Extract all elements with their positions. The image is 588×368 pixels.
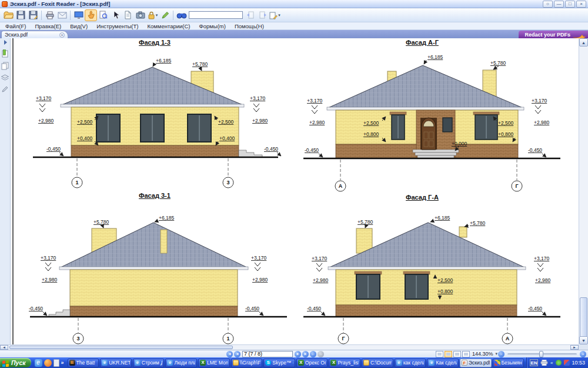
previous-page-button[interactable]: ◄ [234,351,240,357]
task-button[interactable]: как сдела... [395,359,426,367]
menu-edit[interactable]: Правка(E) [35,23,62,29]
printer-tray-icon[interactable] [540,360,548,366]
menu-tools[interactable]: Инструменты(T) [96,23,138,29]
task-button[interactable]: Строим До... [133,359,165,367]
scroll-up-icon[interactable]: ▲ [579,38,588,47]
snapshot-button[interactable] [134,9,146,21]
task-button[interactable]: \\Graph\Fo... [231,359,263,367]
annotations-icon[interactable] [2,85,9,92]
open-button[interactable] [2,9,15,21]
email-button[interactable] [56,9,68,21]
save-as-button[interactable] [27,9,39,21]
language-indicator[interactable]: EN [530,359,538,366]
scroll-right-icon[interactable]: ► [570,345,579,350]
wall [70,270,238,306]
save-button[interactable] [15,9,27,21]
print-button[interactable] [44,9,56,21]
task-button[interactable]: Skype™ - e... [263,359,295,367]
pages-icon[interactable] [1,62,9,70]
hand-tool-button[interactable] [85,9,97,21]
zoom-in-button[interactable]: + [580,351,586,357]
find-previous-button[interactable] [244,9,256,21]
zoom-slider-thumb[interactable] [539,351,543,357]
task-button-active[interactable]: Эскиз.pdf ... [460,359,492,367]
restore-button[interactable]: □ [565,1,575,8]
task-button[interactable]: Prays_list_... [329,359,360,367]
dim-label: +0,800 [363,131,379,137]
find-button[interactable] [175,9,188,21]
quick-launch: » [32,359,66,367]
vertical-scroll-thumb[interactable] [580,297,587,339]
facing-view-button[interactable] [453,351,461,357]
layers-icon[interactable] [1,74,9,81]
continuous-facing-view-button[interactable] [462,351,470,357]
next-page-button[interactable]: ► [295,351,301,357]
axis-marks: Г А [338,318,513,344]
last-page-button[interactable]: ► [302,351,309,357]
panel-splitter[interactable] [12,38,14,344]
bookmarks-icon[interactable] [1,49,9,58]
text-select-button[interactable] [122,9,134,21]
firefox-quicklaunch-icon[interactable] [44,359,52,367]
menu-view[interactable]: Вид(V) [70,23,88,29]
axis-label: Г [515,183,518,189]
search-input[interactable] [189,11,243,19]
panel-expand-icon[interactable] [2,39,8,45]
menu-help[interactable]: Помощь(H) [235,23,264,29]
task-button[interactable]: Люди пла... [165,359,197,367]
fullscreen-button[interactable] [72,9,85,21]
zoom-out-button[interactable]: − [498,351,505,357]
task-button[interactable]: Как сдела... [427,359,459,367]
security-button[interactable]: ▾ [146,9,159,21]
next-view-button[interactable]: → [318,351,324,357]
pencil-tool-button[interactable] [159,9,171,21]
dim-label: -0,450 [29,306,43,311]
page-number-input[interactable] [242,351,293,357]
scroll-down-icon[interactable]: ▼ [579,336,588,344]
ie-quicklaunch-icon[interactable] [35,359,42,367]
thebat-icon [69,360,75,366]
task-button[interactable]: C:\Docume... [362,359,393,367]
house-shape [303,223,560,317]
tab-close-icon[interactable]: × [59,32,65,38]
select-tool-button[interactable] [109,9,122,21]
vertical-scrollbar[interactable]: ▲ ▼ [579,38,588,344]
find-next-button[interactable] [256,9,269,21]
flame-swoosh-icon [573,31,586,38]
redact-banner-button[interactable]: Redact your PDFs [519,31,588,38]
previous-view-button[interactable]: ← [310,351,316,357]
tray-green-icon[interactable] [556,360,562,366]
dim-label: +3,170 [312,256,328,261]
continuous-view-button[interactable] [445,351,452,357]
menu-comments[interactable]: Комментарии(C) [148,23,191,29]
minimize-button[interactable]: — [554,1,564,8]
start-button[interactable]: Пуск [0,358,31,367]
tray-collapse-icon[interactable]: « [550,360,553,366]
tray-app-icon[interactable] [564,360,570,366]
close-button[interactable]: × [576,1,586,8]
quicklaunch-more-icon[interactable]: » [61,360,64,366]
task-button[interactable]: UKR.NET: ... [100,359,132,367]
menu-forms[interactable]: Формы(m) [199,23,226,29]
annotate-doc-button[interactable]: ▾ [269,9,281,21]
horizontal-scrollbar[interactable]: ◄ ► [0,344,579,350]
zoom-slider[interactable] [507,353,577,355]
menu-file[interactable]: Файл(F) [5,23,26,29]
scroll-left-icon[interactable]: ◄ [0,345,8,350]
task-button[interactable]: LME Monthl... [198,359,230,367]
single-page-view-button[interactable] [436,351,443,357]
document-tab[interactable]: Эскиз.pdf × [1,31,68,38]
task-button[interactable]: Безымян... [493,359,524,367]
zoom-dropdown-icon[interactable]: ▾ [495,352,497,356]
document-quicklaunch-icon[interactable] [54,359,59,367]
task-button[interactable]: Орекс Опл... [296,359,328,367]
task-button[interactable]: The Bat! [68,359,99,367]
first-page-button[interactable]: ◄ [226,351,233,357]
system-menu-button[interactable]: ○ [543,1,553,8]
dim-label: +2,500 [363,120,379,126]
dim-label: +2,980 [534,120,550,125]
email-icon [58,12,67,19]
basement [71,145,239,157]
horizontal-scroll-thumb[interactable] [9,346,233,349]
zoom-tool-button[interactable] [97,9,109,21]
